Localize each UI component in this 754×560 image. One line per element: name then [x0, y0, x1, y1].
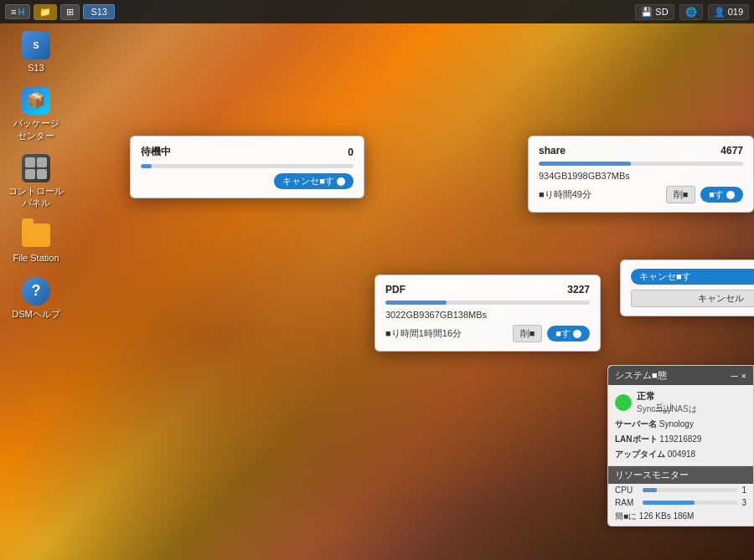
popup-pdf-bottom: ■り時間1時間16分 削■ ■す: [385, 325, 590, 342]
popup-extra-cancel-btn[interactable]: キャンセル: [631, 290, 754, 307]
popup-pdf-progress-fill: [385, 301, 447, 305]
sd-icon: 💾: [641, 7, 653, 18]
popup-standby-header: 待機中 0: [141, 145, 354, 159]
control-panel-label: コントロールパネル: [7, 185, 65, 209]
close-icon[interactable]: ×: [741, 371, 746, 381]
panel-controls: ─ ×: [731, 371, 746, 381]
folder-quick-button[interactable]: 📁: [34, 4, 57, 20]
status-green-dot: [615, 394, 632, 411]
uptime-label: アップタイム: [615, 450, 665, 459]
package-center-icon-img: 📦: [21, 85, 51, 116]
toggle-dot: [337, 177, 345, 186]
popup-share-progress-bg: [539, 162, 743, 166]
s13-icon-img: S: [21, 30, 51, 60]
control-panel-icon-img: [21, 153, 51, 183]
dsm-help-label: DSMヘルプ: [12, 308, 59, 320]
cpu-progress-fill: [643, 488, 657, 492]
popup-pdf-toggle-label: ■す: [555, 327, 571, 340]
desktop-icons-container: S S13 📦 パッケージ センター コントロールパネル File Statio…: [7, 30, 65, 320]
system-panel-header: システム■態 ─ ×: [608, 366, 753, 385]
popup-share-progress-fill: [539, 162, 631, 166]
popup-pdf-actions: 削■ ■す: [513, 325, 590, 342]
ram-row: RAM 3: [608, 496, 753, 509]
popup-share-actions: 削■ ■す: [666, 186, 743, 203]
popup-pdf-toggle-btn[interactable]: ■す: [547, 326, 590, 342]
resource-monitor-header: リソースモニター: [608, 466, 753, 484]
taskbar-right: 💾 SD 🌐 👤 019: [635, 4, 749, 20]
lan-value: 119216829: [659, 434, 701, 444]
popup-extra: キャンセ■す キャンセル: [620, 259, 754, 316]
main-menu-button[interactable]: ≡ H: [5, 4, 30, 19]
desktop-icon-s13[interactable]: S S13: [7, 30, 65, 74]
popup-standby: 待機中 0 キャンセ■す: [130, 136, 364, 198]
popup-pdf-header: PDF 3227: [385, 284, 590, 295]
control-panel-icon: [22, 154, 50, 182]
popup-share-bottom: ■り時間49分 削■ ■す: [539, 186, 743, 203]
s13-icon-label: S13: [28, 62, 44, 74]
popup-standby-title: 待機中: [141, 145, 171, 159]
popup-pdf: PDF 3227 3022GB9367GB138MBs ■り時間1時間16分 削…: [374, 275, 601, 352]
user-label: 019: [728, 7, 743, 17]
popup-pdf-number: 3227: [567, 284, 590, 295]
popup-standby-actions: キャンセ■す: [141, 173, 354, 189]
uptime-info: アップタイム 004918: [615, 448, 746, 460]
system-status-panel: システム■態 ─ × 正常 SynologyNASは サーバー名 Synolog…: [607, 365, 754, 527]
popup-pdf-cancel-btn[interactable]: 削■: [513, 325, 543, 342]
popup-share-title: share: [539, 145, 566, 157]
popup-standby-number: 0: [348, 146, 354, 158]
ram-label: RAM: [615, 498, 638, 507]
uptime-value: 004918: [668, 450, 695, 459]
menu-icon: ≡: [11, 7, 16, 17]
package-center-icon: 📦: [22, 86, 50, 115]
popup-share-cancel-btn[interactable]: 削■: [666, 186, 696, 203]
popup-standby-cancel-btn[interactable]: キャンセ■す: [274, 173, 354, 189]
server-name-value: Synology: [659, 419, 694, 429]
desktop-icon-package-center[interactable]: 📦 パッケージ センター: [7, 85, 65, 141]
network-tray[interactable]: 🌐: [679, 4, 703, 20]
popup-share-sizes: 934GB1998GB37MBs: [539, 171, 743, 181]
eal-label: Eal: [654, 400, 671, 413]
popup-extra-cancel-toggle-btn[interactable]: キャンセ■す: [631, 269, 754, 285]
server-info: サーバー名 Synology: [615, 418, 746, 430]
file-station-label: File Station: [13, 252, 59, 264]
minimize-icon[interactable]: ─: [731, 371, 738, 381]
desktop-icon-dsm-help[interactable]: ? DSMヘルプ: [7, 276, 65, 320]
sd-card-tray[interactable]: 💾 SD: [635, 4, 674, 20]
popup-standby-cancel-label: キャンセ■す: [282, 175, 334, 188]
popup-share-header: share 4677: [539, 145, 743, 157]
taskbar-left: ≡ H 📁 ⊞ S13: [5, 4, 115, 20]
popup-share: share 4677 934GB1998GB37MBs ■り時間49分 削■ ■…: [528, 136, 754, 213]
s13-icon: S: [22, 31, 50, 59]
system-status-section: 正常 SynologyNASは サーバー名 Synology LANポート 11…: [608, 385, 753, 466]
user-tray[interactable]: 👤 019: [708, 4, 749, 20]
popup-pdf-time: ■り時間1時間16分: [385, 327, 462, 340]
app-s13-button[interactable]: S13: [83, 4, 115, 19]
popup-share-time: ■り時間49分: [539, 188, 591, 201]
network-label: 簡■に: [615, 511, 637, 521]
popup-standby-progress-bg: [141, 164, 354, 168]
cpu-row: CPU 1: [608, 484, 753, 496]
cpu-label: CPU: [615, 486, 638, 495]
desktop-icon-file-station[interactable]: File Station: [7, 220, 65, 264]
user-icon: 👤: [714, 7, 726, 18]
popup-pdf-title: PDF: [385, 284, 405, 295]
popup-share-toggle-btn[interactable]: ■す: [700, 187, 743, 203]
dsm-help-icon: ?: [22, 277, 50, 306]
ram-progress-bg: [643, 501, 737, 505]
popup-pdf-progress-bg: [385, 301, 590, 305]
desktop-icon-control-panel[interactable]: コントロールパネル: [7, 153, 65, 209]
popup-standby-progress-fill: [141, 164, 152, 168]
lan-info: LANポート 119216829: [615, 433, 746, 445]
sys-status-row: 正常 SynologyNASは: [615, 390, 746, 415]
popup-share-cancel-label: 削■: [674, 189, 689, 199]
popup-pdf-sizes: 3022GB9367GB138MBs: [385, 310, 590, 320]
grid-quick-button[interactable]: ⊞: [60, 4, 80, 20]
popup-share-number: 4677: [720, 145, 743, 157]
package-center-label: パッケージ センター: [13, 117, 59, 141]
menu-label: H: [18, 7, 24, 17]
server-name-label: サーバー名: [615, 419, 657, 429]
network-value: 126 KBs 186M: [639, 511, 695, 521]
popup-extra-actions: キャンセ■す キャンセル: [631, 269, 754, 307]
network-row: 簡■に 126 KBs 186M: [608, 509, 753, 526]
system-panel-title: システム■態: [615, 369, 667, 382]
